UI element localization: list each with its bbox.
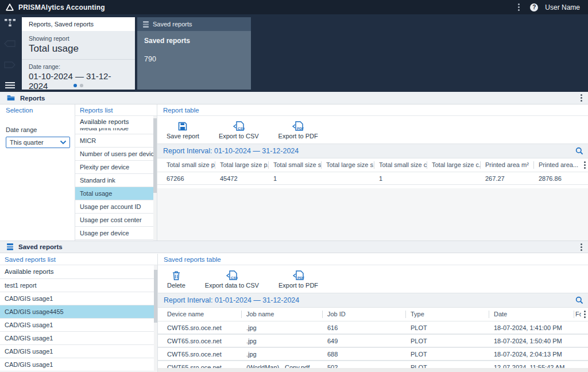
column-header[interactable]: Total large size p... [215,158,269,172]
top-bar: PRISMAlytics Accounting ? User Name [0,0,588,14]
table-row[interactable]: CWT65.sro.oce.net .jpg 616 PLOT 18-07-20… [158,321,588,334]
distribution-icon[interactable] [0,17,20,29]
list-item[interactable]: CAD/GIS usage1 [0,345,157,358]
app-window: PRISMAlytics Accounting ? User Name Repo… [0,0,588,372]
list-item[interactable]: Usage per cost center [75,214,157,227]
date-range-select[interactable]: This quarter [6,137,70,148]
export-pdf-button[interactable]: PDF Export to PDF [273,119,324,141]
svg-text:CSV: CSV [238,126,245,130]
cell-type: PLOT [406,335,489,347]
list-item[interactable]: CAD/GIS usage1 [0,358,157,371]
scrollbar-thumb[interactable] [154,270,157,323]
current-report-name: Total usage [29,43,128,55]
column-header[interactable]: Total large size c... [427,158,481,172]
saved-reports-card[interactable]: Saved reports Saved reports 790 [137,17,251,90]
column-header[interactable]: Total large size s... [322,158,374,172]
column-header[interactable]: Total small size p... [162,158,215,172]
reports-section-header: Reports [0,92,588,104]
table-columns-menu-icon[interactable] [581,158,588,172]
column-header[interactable]: Date [489,308,574,321]
list-item[interactable]: test1 report [0,279,157,292]
column-header[interactable]: Fo [574,308,581,321]
user-menu[interactable]: User Name [545,3,580,11]
saved-section-menu-icon[interactable] [578,241,585,253]
tag-right-icon[interactable] [0,59,20,71]
tag-left-icon[interactable] [0,37,20,50]
search-icon[interactable] [575,147,583,155]
table-columns-menu-icon[interactable] [581,308,588,321]
search-icon[interactable] [575,296,583,304]
table-row[interactable]: CWT65.sro.oce.net .jpg 688 PLOT 18-07-20… [158,347,588,361]
topbar-menu-icon[interactable] [515,0,522,14]
table-row-partial[interactable]: CWT65.sro.oce.net (WorldMap) - Copy.pdf … [158,361,588,369]
list-item[interactable]: Plexity per device [75,161,157,174]
card-body: Showing report Total usage Date range: 0… [22,31,135,90]
column-header[interactable]: Job name [242,308,323,321]
carousel-dot-1[interactable] [74,84,77,87]
saved-reports-count: 790 [144,55,244,63]
export-csv-button[interactable]: CSV Export to CSV [213,119,265,141]
reports-list-panel: Reports list Available reports Media pri… [75,104,157,241]
card-header: Reports, Saved reports [22,17,135,31]
stack-icon [143,21,149,28]
delete-button[interactable]: Delete [161,269,191,290]
column-header[interactable]: Device name [163,308,242,321]
reports-overview-card[interactable]: Reports, Saved reports Showing report To… [22,17,135,90]
list-item-selected[interactable]: CAD/GIS usage4455 [0,305,157,319]
report-table-title: Report table [157,104,588,116]
saved-list-scrollbar[interactable] [154,265,157,372]
date-range-field-label: Date range [6,126,75,133]
carousel-dot-2[interactable] [80,84,83,87]
cell-total-large-size-s [322,172,374,184]
saved-section-title: Saved reports [18,243,63,250]
card-divider [22,59,135,60]
saved-table-toolbar: Delete CSV Export data to CSV PDF Export… [158,265,588,293]
column-header[interactable]: Total small size c... [374,158,427,172]
available-reports-header: Available reports [75,116,157,128]
cell-date: 18-07-2024, 1:41:00 PM [489,321,574,334]
list-item[interactable]: Standard ink [75,174,157,187]
date-range-label: Date range: [29,63,128,70]
column-header[interactable]: Total small size s... [269,158,322,172]
saved-table-header-row: Device name Job name Job ID Type Date Fo [158,308,588,321]
date-range-value: 01-10-2024 — 31-12-2024 [29,71,128,91]
cell-job-id: 649 [323,335,406,347]
table-row[interactable]: CWT65.sro.oce.net .jpg 649 PLOT 18-07-20… [158,334,588,347]
list-item[interactable]: MICR [75,134,157,148]
list-item[interactable]: Number of users per device [75,148,157,161]
carousel-dots [22,84,135,87]
reports-list-scrollbar[interactable] [153,116,157,241]
scrollbar-thumb[interactable] [153,118,157,193]
folder-icon [7,95,15,101]
reports-section-menu-icon[interactable] [578,92,585,104]
column-header[interactable]: Printed area m² [481,158,534,172]
card-header-label: Saved reports [153,21,192,28]
save-report-button[interactable]: Save report [161,119,205,141]
export-data-csv-button[interactable]: CSV Export data to CSV [199,269,265,290]
list-item[interactable]: Usage per account ID [75,200,157,214]
export-csv-icon: CSV [226,270,238,280]
list-item[interactable]: Usage per device [75,227,157,240]
list-item[interactable]: CAD/GIS usage1 [0,332,157,345]
help-icon[interactable]: ? [530,3,538,11]
list-item[interactable]: CAD/GIS usage1 [0,292,157,305]
saved-reports-list-title: Saved reports list [0,254,157,265]
column-header[interactable]: Printed area... [534,158,581,172]
reports-list-title: Reports list [75,104,157,116]
cell-total-large-size-c [427,172,481,184]
saved-reports-icon [7,243,13,250]
saved-section-body: Saved reports list Available reports tes… [0,254,588,372]
export-pdf-button[interactable]: PDF Export to PDF [273,269,324,290]
cell-date: 18-07-2024, 2:04:13 PM [489,348,574,360]
list-item[interactable]: CAD/GIS usage1 [0,319,157,332]
list-item-selected[interactable]: Total usage [75,187,157,200]
list-item-partial[interactable]: Media print mode [75,128,157,134]
selection-panel: Selection Date range This quarter [0,104,75,241]
menu-icon[interactable] [0,79,20,92]
horizontal-scrollbar-track[interactable] [158,368,588,372]
chevron-down-icon [60,140,67,145]
column-header[interactable]: Type [406,308,489,321]
column-header[interactable]: Job ID [323,308,406,321]
card-header: Saved reports [137,17,251,31]
export-pdf-icon: PDF [293,270,304,280]
